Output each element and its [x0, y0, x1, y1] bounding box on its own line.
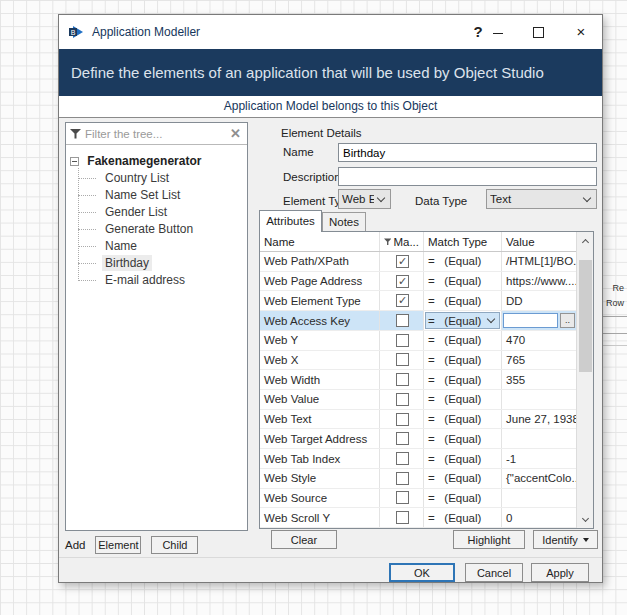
attribute-match-type-cell: = (Equal) — [424, 311, 502, 330]
attribute-row[interactable]: Web Value= (Equal) — [260, 390, 576, 410]
attribute-row[interactable]: Web Source= (Equal) — [260, 489, 576, 509]
tree-item[interactable]: Generate Button — [78, 221, 247, 238]
attribute-match-type-cell: = (Equal) — [424, 489, 502, 508]
description-label: Description — [283, 171, 341, 183]
attribute-match-type-cell: = (Equal) — [424, 410, 502, 429]
data-type-dropdown[interactable]: Text — [486, 189, 597, 209]
attribute-value-cell — [502, 390, 576, 409]
add-element-button[interactable]: Element — [95, 536, 141, 554]
attribute-name-cell: Web Access Key — [260, 311, 380, 330]
tree-root-item[interactable]: Fakenamegenerator — [70, 153, 247, 170]
attribute-row[interactable]: Web Style= (Equal){"accentColo... — [260, 469, 576, 489]
tree-item[interactable]: Name — [78, 238, 247, 255]
match-checkbox[interactable] — [396, 491, 409, 504]
attribute-value-cell: {"accentColo... — [502, 469, 576, 488]
clear-filter-icon[interactable]: ✕ — [228, 126, 243, 141]
tree-item-label: Country List — [102, 170, 172, 186]
scroll-down-icon[interactable] — [577, 511, 594, 528]
match-checkbox[interactable] — [396, 452, 409, 465]
minimize-button[interactable] — [489, 21, 507, 43]
match-checkbox[interactable] — [396, 393, 409, 406]
name-field[interactable] — [338, 143, 597, 162]
desktop-background: Re Row B Application Modeller ? × Define… — [0, 0, 627, 615]
attribute-row[interactable]: Web Text= (Equal)June 27, 1938 — [260, 410, 576, 430]
attribute-match-type-cell: = (Equal) — [424, 252, 502, 271]
apply-button[interactable]: Apply — [531, 563, 589, 582]
attribute-value-cell: DD — [502, 291, 576, 310]
attribute-row[interactable]: Web Y= (Equal)470 — [260, 331, 576, 351]
match-checkbox[interactable]: ✓ — [396, 294, 409, 307]
attribute-name-cell: Web Tab Index — [260, 449, 380, 468]
tab-notes[interactable]: Notes — [322, 212, 366, 231]
tree-filter-input[interactable] — [81, 128, 228, 140]
scroll-up-icon[interactable] — [577, 232, 594, 249]
attribute-row[interactable]: Web Target Address= (Equal) — [260, 429, 576, 449]
highlight-button[interactable]: Highlight — [453, 530, 525, 549]
match-type-dropdown[interactable]: = (Equal) — [425, 312, 500, 329]
tree-item[interactable]: Birthday — [78, 255, 247, 272]
cancel-button[interactable]: Cancel — [465, 563, 523, 582]
attribute-value-cell: https://www.... — [502, 272, 576, 291]
match-checkbox[interactable] — [396, 373, 409, 386]
scrollbar-thumb[interactable] — [579, 260, 592, 372]
element-type-dropdown[interactable]: Web Eleme — [338, 189, 391, 209]
close-button[interactable]: × — [572, 21, 590, 43]
attribute-name-cell: Web Text — [260, 410, 380, 429]
attribute-match-cell — [380, 311, 424, 330]
match-checkbox[interactable] — [396, 314, 409, 327]
match-checkbox[interactable] — [396, 511, 409, 524]
attribute-row[interactable]: Web Access Key= (Equal).. — [260, 311, 576, 331]
attribute-row[interactable]: Web Path/XPath✓= (Equal)/HTML[1]/BO... — [260, 252, 576, 272]
attributes-scrollbar[interactable] — [576, 232, 593, 528]
attribute-match-type-cell: = (Equal) — [424, 351, 502, 370]
attribute-row[interactable]: Web Width= (Equal)355 — [260, 370, 576, 390]
attribute-match-cell — [380, 331, 424, 350]
match-checkbox[interactable] — [396, 413, 409, 426]
match-checkbox[interactable] — [396, 334, 409, 347]
match-checkbox[interactable] — [396, 353, 409, 366]
match-checkbox[interactable]: ✓ — [396, 255, 409, 268]
data-type-value: Text — [490, 193, 580, 205]
tree-item[interactable]: Name Set List — [78, 187, 247, 204]
attribute-match-type-cell: = (Equal) — [424, 331, 502, 350]
maximize-button[interactable] — [530, 21, 548, 43]
model-bar: Application Model belongs to this Object — [59, 96, 602, 118]
attribute-row[interactable]: Web X= (Equal)765 — [260, 351, 576, 371]
attribute-name-cell: Web Style — [260, 469, 380, 488]
value-ellipsis-button[interactable]: .. — [560, 313, 575, 328]
attribute-row[interactable]: Web Tab Index= (Equal)-1 — [260, 449, 576, 469]
tree-item[interactable]: E-mail address — [78, 272, 247, 289]
add-child-button[interactable]: Child — [151, 536, 198, 554]
match-checkbox[interactable]: ✓ — [396, 275, 409, 288]
collapse-icon[interactable] — [70, 157, 79, 166]
attribute-value-input[interactable] — [503, 313, 558, 328]
match-checkbox[interactable] — [396, 472, 409, 485]
attribute-row[interactable]: Web Page Address✓= (Equal)https://www...… — [260, 272, 576, 292]
column-header-match-type: Match Type — [424, 232, 502, 251]
tab-attributes[interactable]: Attributes — [259, 210, 322, 232]
add-label: Add — [65, 539, 85, 551]
tree-item[interactable]: Gender List — [78, 204, 247, 221]
tree-items: Country ListName Set ListGender ListGene… — [78, 170, 247, 289]
filter-funnel-icon — [70, 129, 81, 139]
description-field[interactable] — [338, 167, 597, 186]
ok-button[interactable]: OK — [389, 563, 455, 582]
help-button[interactable]: ? — [469, 21, 487, 43]
chevron-down-icon — [487, 315, 495, 323]
attribute-row[interactable]: Web Scroll Y= (Equal)0 — [260, 508, 576, 528]
attribute-value-cell — [502, 489, 576, 508]
column-header-match: Ma... — [380, 232, 424, 251]
identify-button[interactable]: Identify — [533, 530, 598, 549]
attribute-row[interactable]: Web Element Type✓= (Equal)DD — [260, 291, 576, 311]
application-modeller-icon: B — [69, 24, 85, 40]
attribute-value-cell: /HTML[1]/BO... — [502, 252, 576, 271]
match-checkbox[interactable] — [396, 432, 409, 445]
clear-button[interactable]: Clear — [271, 530, 337, 549]
title-bar: B Application Modeller ? × — [59, 15, 602, 49]
attribute-value-cell — [502, 429, 576, 448]
attribute-match-cell — [380, 429, 424, 448]
column-header-name: Name — [260, 232, 380, 251]
attribute-match-cell — [380, 390, 424, 409]
attribute-name-cell: Web Path/XPath — [260, 252, 380, 271]
tree-item[interactable]: Country List — [78, 170, 247, 187]
